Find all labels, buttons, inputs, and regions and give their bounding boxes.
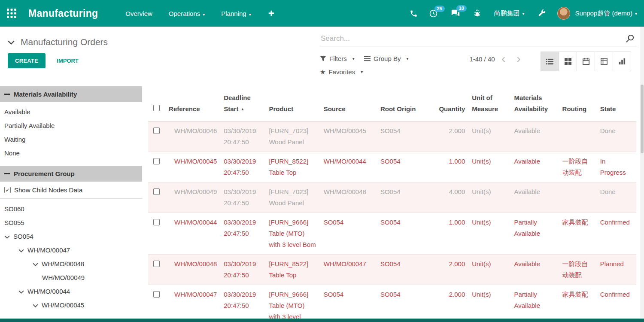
row-checkbox[interactable] [153, 158, 160, 164]
column-header-uom[interactable]: Unit of Measure [468, 84, 510, 121]
cell-uom: Unit(s) [468, 182, 510, 213]
scrollbar-thumb[interactable] [641, 85, 644, 153]
row-checkbox[interactable] [153, 261, 160, 267]
column-header-routing[interactable]: Routing [559, 84, 597, 121]
search-box [320, 32, 637, 46]
company-switcher[interactable]: 尚鹏集团 ▾ [494, 9, 525, 18]
kanban-view-icon [565, 58, 571, 65]
column-header-deadline[interactable]: Deadline Start▲ [220, 84, 265, 121]
column-header-source[interactable]: Source [320, 84, 377, 121]
tree-node-wh-mo-00047[interactable]: WH/MO/00047 [0, 243, 142, 257]
menu-operations[interactable]: Operations▾ [169, 10, 205, 17]
order-row-wh-mo-00046[interactable]: WH/MO/0004603/30/2019 20:47:50[FURN_7023… [148, 121, 636, 152]
activities-clock-icon[interactable]: 25 [429, 9, 438, 18]
view-calendar-button[interactable] [577, 52, 595, 71]
column-header-product[interactable]: Product [265, 84, 320, 121]
import-button[interactable]: IMPORT [57, 58, 79, 64]
sidebar-filter-waiting[interactable]: Waiting [0, 133, 142, 146]
messages-icon[interactable]: 10 [451, 9, 460, 18]
section-materials-availability[interactable]: Materials Availability [0, 86, 142, 102]
top-menus: Overview Operations▾ Planning▾ [125, 10, 251, 17]
bug-icon[interactable] [473, 9, 481, 18]
favorites-button[interactable]: ★ Favorites▾ [320, 66, 363, 78]
cell-quantity: 4.000 [433, 182, 468, 213]
sidebar-filter-available[interactable]: Available [0, 105, 142, 119]
pager-previous-icon[interactable]: ‹ [501, 52, 505, 65]
cell-deadline: 03/30/2019 20:47:50 [220, 254, 265, 285]
phone-icon[interactable] [410, 9, 418, 18]
cell-root_origin: SO054 [377, 121, 433, 152]
cell-routing [559, 182, 597, 213]
row-checkbox[interactable] [153, 188, 160, 195]
group-by-button[interactable]: Group By▾ [364, 52, 408, 65]
row-checkbox[interactable] [153, 291, 160, 298]
cell-uom: Unit(s) [468, 213, 510, 254]
caret-down-icon: ▾ [352, 52, 355, 65]
caret-down-icon: ▾ [635, 11, 637, 16]
tree-node-wh-mo-00044[interactable]: WH/MO/00044 [0, 285, 142, 298]
order-row-wh-mo-00049[interactable]: WH/MO/0004903/30/2019 20:47:50[FURN_7023… [148, 182, 636, 213]
view-list-button[interactable] [541, 52, 559, 71]
column-header-availability[interactable]: Materials Availability [510, 84, 559, 121]
pager-counter: 1-40 / 40 [469, 54, 495, 64]
row-checkbox[interactable] [153, 219, 160, 225]
tree-node-wh-mo-00045[interactable]: WH/MO/00045 [0, 298, 142, 312]
view-graph-button[interactable] [613, 52, 631, 71]
column-header-root_origin[interactable]: Root Origin [377, 84, 433, 121]
cell-availability: Available [510, 152, 559, 182]
menu-overview[interactable]: Overview [125, 10, 152, 17]
sidebar-filter-none[interactable]: None [0, 146, 142, 160]
funnel-icon [320, 55, 326, 62]
collapse-icon [4, 94, 10, 95]
user-menu[interactable]: Sunpop超管 (demo) ▾ [557, 7, 637, 20]
sidebar-filter-partially-available[interactable]: Partially Available [0, 119, 142, 133]
action-buttons: CREATE IMPORT [8, 53, 79, 68]
cell-product: [FURN_9666] Table (MTO) with 3 level [265, 285, 320, 319]
availability-list: AvailablePartially AvailableWaitingNone [0, 102, 142, 163]
cell-availability: Available [510, 254, 559, 285]
column-header-quantity[interactable]: Quantity [433, 84, 468, 121]
select-all-checkbox[interactable] [153, 105, 160, 111]
column-header-reference[interactable]: Reference [165, 84, 220, 121]
cell-uom: Unit(s) [468, 121, 510, 152]
tree-node-so054[interactable]: SO054 [0, 230, 142, 243]
column-header-state[interactable]: State [597, 84, 636, 121]
tree-node-label: WH/MO/00044 [27, 288, 70, 295]
search-input[interactable] [320, 32, 637, 46]
user-name: Sunpop超管 (demo) [575, 9, 632, 18]
order-row-wh-mo-00047[interactable]: WH/MO/0004703/30/2019 20:47:50[FURN_9666… [148, 285, 636, 319]
tree-node-so055[interactable]: SO055 [0, 216, 142, 230]
section-procurement-group[interactable]: Procurement Group [0, 166, 142, 182]
chevron-down-icon[interactable] [8, 39, 15, 46]
cell-source: SO054 [320, 285, 377, 319]
app-title[interactable]: Manufacturing [28, 8, 98, 19]
cell-product: [FURN_8522] Table Top [265, 152, 320, 182]
view-pivot-button[interactable] [595, 52, 613, 71]
plus-icon[interactable]: + [268, 8, 274, 18]
tree-node-wh-mo-00048[interactable]: WH/MO/00048 [0, 257, 142, 271]
view-switcher [541, 52, 631, 71]
create-button[interactable]: CREATE [8, 53, 46, 68]
cell-availability: Available [510, 121, 559, 152]
tools-icon[interactable] [538, 9, 546, 18]
menu-planning[interactable]: Planning▾ [221, 10, 251, 17]
activities-badge: 25 [434, 6, 445, 12]
order-row-wh-mo-00044[interactable]: WH/MO/0004403/30/2019 20:47:50[FURN_9666… [148, 213, 636, 254]
pager-next-icon[interactable]: › [516, 52, 520, 65]
view-kanban-button[interactable] [559, 52, 577, 71]
tree-node-wh-mo-00049[interactable]: WH/MO/00049 [0, 271, 142, 285]
search-icon[interactable] [625, 33, 635, 45]
cell-state: Planned [597, 254, 636, 285]
order-row-wh-mo-00045[interactable]: WH/MO/0004503/30/2019 20:47:50[FURN_8522… [148, 152, 636, 182]
row-checkbox[interactable] [153, 128, 160, 134]
cell-availability: Partially Available [510, 285, 559, 319]
vertical-scrollbar[interactable] [640, 27, 644, 319]
filters-button[interactable]: Filters▾ [320, 52, 355, 65]
apps-grid-icon[interactable] [7, 9, 16, 18]
pivot-view-icon [601, 58, 608, 65]
order-row-wh-mo-00048[interactable]: WH/MO/0004803/30/2019 20:47:50[FURN_8522… [148, 254, 636, 285]
table-header-row: ReferenceDeadline Start▲ProductSourceRoo… [148, 84, 636, 121]
tree-node-so060[interactable]: SO060 [0, 202, 142, 216]
show-child-nodes-checkbox[interactable]: ✓ [4, 187, 11, 193]
cell-state: Confirmed [597, 285, 636, 319]
